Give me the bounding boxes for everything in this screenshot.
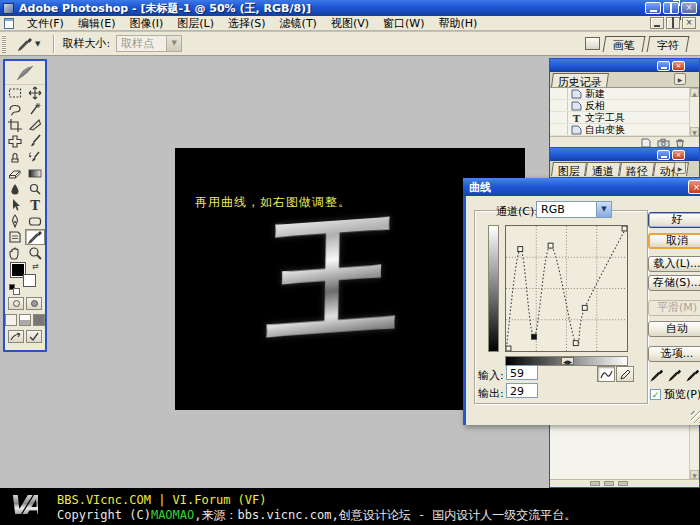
resize-grip[interactable] [691,411,700,423]
tab-channels[interactable]: 通道 [585,162,621,176]
tool-rectangular-marquee[interactable] [5,85,25,101]
tool-shape[interactable] [25,213,45,229]
tab-history[interactable]: 历史记录 [551,73,609,87]
palette-close-button[interactable]: × [672,150,685,160]
auto-button[interactable]: 自动 [648,321,700,337]
history-source-well[interactable] [550,112,568,123]
menu-select[interactable]: 选择(S) [221,15,273,32]
curves-close-button[interactable]: × [688,180,700,194]
layers-scrollbar[interactable]: ▼ [689,424,699,479]
curve-point-mode-button[interactable] [597,366,615,382]
tool-dodge[interactable] [25,181,45,197]
tool-brush[interactable] [25,133,45,149]
menu-file[interactable]: 文件(F) [20,15,71,32]
channel-dropdown[interactable]: RGB ▼ [536,201,612,218]
history-source-well[interactable] [550,100,568,111]
tool-notes[interactable] [5,229,25,245]
menu-layer[interactable]: 图层(L) [170,15,221,32]
preview-checkbox[interactable]: ✓ [650,389,661,400]
layer-footer-button[interactable] [590,481,600,486]
menu-image[interactable]: 图像(I) [122,15,170,32]
doc-restore-button[interactable] [666,17,680,29]
scroll-down-icon[interactable]: ▼ [690,470,699,479]
tab-layers[interactable]: 图层 [551,162,587,176]
tool-eyedropper[interactable] [25,229,45,245]
input-field[interactable]: 59 [506,365,538,380]
sample-size-dropdown[interactable]: 取样点 ▼ [116,35,182,52]
tab-brushes[interactable]: 画笔 [603,36,646,52]
load-button[interactable]: 载入(L)... [648,256,700,272]
palette-menu-button[interactable]: ▶ [674,162,686,174]
tool-lasso[interactable] [5,101,25,117]
layer-footer-button[interactable] [618,481,628,486]
tool-history-brush[interactable] [25,149,45,165]
doc-close-button[interactable]: × [682,17,696,29]
palette-menu-button[interactable]: ▶ [674,73,686,85]
history-source-well[interactable] [550,124,568,135]
tool-magic-wand[interactable] [25,101,45,117]
palette-minimize-button[interactable] [657,61,670,71]
toolbox-check-button[interactable] [26,330,42,343]
tool-healing-brush[interactable] [5,133,25,149]
curve-pencil-mode-button[interactable] [616,366,634,382]
palette-close-button[interactable]: × [672,61,685,71]
jump-to-imageready-button[interactable] [8,330,24,343]
tool-move[interactable] [25,85,45,101]
black-point-eyedropper-icon[interactable] [650,368,664,382]
tool-pen[interactable] [5,213,25,229]
options-grip[interactable] [2,35,6,53]
document-icon[interactable] [4,18,14,29]
minimize-button[interactable] [645,2,661,14]
standard-screen-mode-button[interactable] [5,314,17,326]
options-button[interactable]: 选项... [648,346,700,362]
tool-path-selection[interactable] [5,197,25,213]
new-snapshot-camera-icon[interactable] [657,138,670,148]
swap-colors-icon[interactable]: ⇄ [32,262,39,271]
new-document-from-state-icon[interactable] [640,138,652,148]
restore-button[interactable] [663,2,679,14]
save-button[interactable]: 存储(S)... [648,275,700,291]
tool-eraser[interactable] [5,165,25,181]
white-point-eyedropper-icon[interactable] [686,368,700,382]
trash-icon[interactable] [675,138,685,148]
scroll-up-icon[interactable]: ▲ [690,88,699,97]
tool-type[interactable]: T [25,197,45,213]
history-scrollbar[interactable]: ▲ ▼ [689,88,699,136]
tool-clone-stamp[interactable] [5,149,25,165]
tool-blur[interactable] [5,181,25,197]
background-color-swatch[interactable] [23,274,36,287]
curves-titlebar[interactable]: 曲线 × [463,178,700,196]
tab-character[interactable]: 字符 [647,36,690,52]
curve-grid[interactable] [505,225,628,352]
history-source-well[interactable] [550,88,568,99]
menu-help[interactable]: 帮助(H) [431,15,484,32]
output-field[interactable]: 29 [506,383,538,398]
fullscreen-menubar-mode-button[interactable] [19,314,31,326]
tool-hand[interactable] [5,245,25,261]
tool-gradient[interactable] [25,165,45,181]
gray-point-eyedropper-icon[interactable] [668,368,682,382]
history-item-free-transform[interactable]: 自由变换 [550,124,699,136]
history-item-new[interactable]: 新建 [550,88,699,100]
tool-crop[interactable] [5,117,25,133]
scroll-down-icon[interactable]: ▼ [690,127,699,136]
layers-list-area[interactable]: ▼ [550,424,699,479]
default-colors-icon[interactable] [9,284,15,290]
menu-filter[interactable]: 滤镜(T) [273,15,324,32]
menu-view[interactable]: 视图(V) [324,15,376,32]
close-button[interactable]: × [681,2,697,14]
tool-zoom[interactable] [25,245,45,261]
file-browser-icon[interactable] [585,37,600,50]
cancel-button[interactable]: 取消 [648,233,700,249]
gradient-flip-arrows[interactable]: ◀▶ [561,357,574,365]
standard-mode-button[interactable] [8,297,24,310]
layer-footer-button[interactable] [604,481,614,486]
current-tool-button[interactable]: ▼ [12,35,45,53]
tab-paths[interactable]: 路径 [619,162,655,176]
fullscreen-mode-button[interactable] [33,314,45,326]
tool-slice[interactable] [25,117,45,133]
quick-mask-mode-button[interactable] [26,297,42,310]
menu-edit[interactable]: 编辑(E) [71,15,123,32]
menu-window[interactable]: 窗口(W) [376,15,431,32]
doc-minimize-button[interactable] [650,17,664,29]
